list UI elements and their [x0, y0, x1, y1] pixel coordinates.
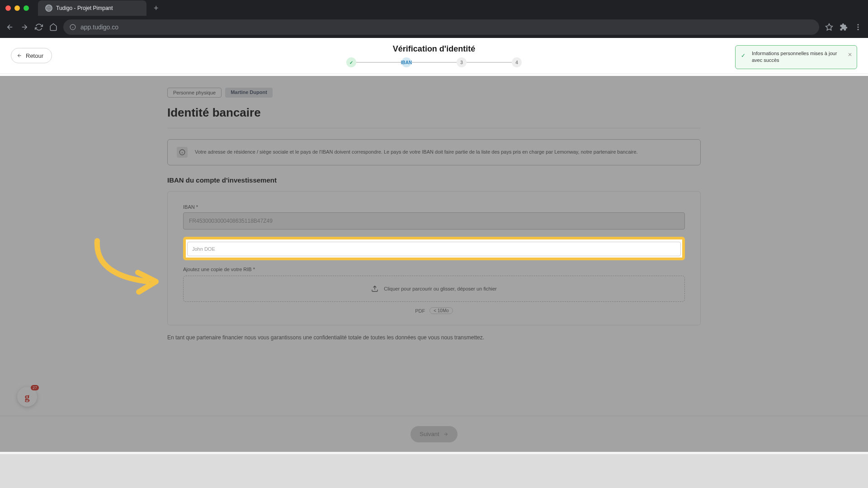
svg-point-5	[858, 29, 859, 30]
help-logo-icon: g	[25, 391, 30, 403]
iban-label: IBAN *	[183, 204, 685, 210]
back-button-label: Retour	[26, 52, 43, 59]
step-1-done: ✓	[346, 57, 356, 67]
tab-strip: Tudigo - Projet Pimpant +	[0, 0, 868, 16]
upload-label: Ajoutez une copie de votre RIB *	[183, 267, 685, 272]
help-badge-count: 27	[31, 385, 39, 390]
step-3-pending: 3	[457, 57, 467, 67]
svg-marker-2	[826, 24, 833, 30]
page-header: Retour Vérification d'identité ✓ IBAN 3 …	[0, 38, 868, 74]
minimize-window-icon[interactable]	[14, 5, 20, 11]
tab-title: Tudigo - Projet Pimpant	[56, 5, 113, 11]
arrow-left-icon	[17, 53, 22, 58]
footer: Suivant	[0, 416, 868, 452]
nav-bar: app.tudigo.co	[0, 16, 868, 38]
stepper: ✓ IBAN 3 4	[346, 57, 522, 67]
back-button[interactable]: Retour	[11, 48, 52, 63]
upload-dropzone[interactable]: Cliquer pour parcourir ou glisser, dépos…	[183, 276, 685, 302]
annotation-arrow-icon	[88, 234, 170, 297]
window-controls	[5, 5, 29, 11]
chip-user-name: Martine Dupont	[225, 88, 273, 98]
divider	[167, 128, 701, 128]
close-window-icon[interactable]	[5, 5, 11, 11]
step-connector	[467, 62, 512, 63]
highlight-border: Titulaire du compte *	[183, 237, 685, 260]
upload-meta: PDF < 10Mo	[183, 307, 685, 314]
section-label: IBAN du compte d'investissement	[167, 176, 701, 184]
help-bubble[interactable]: g 27	[17, 387, 37, 407]
form-card: IBAN * Titulaire du compte * Ajoutez une…	[167, 191, 701, 325]
page-area: Retour Vérification d'identité ✓ IBAN 3 …	[0, 38, 868, 452]
new-tab-button[interactable]: +	[150, 4, 162, 13]
toast-message: Informations personnelles mises à jour a…	[752, 51, 837, 63]
chips-row: Personne physique Martine Dupont	[167, 88, 701, 98]
forward-icon[interactable]	[20, 23, 29, 32]
reload-icon[interactable]	[34, 23, 43, 32]
svg-point-3	[858, 24, 859, 25]
upload-size-limit: < 10Mo	[429, 307, 453, 314]
iban-input[interactable]	[183, 212, 685, 230]
page-title: Identité bancaire	[167, 106, 701, 120]
upload-zone-text: Cliquer pour parcourir ou glisser, dépos…	[384, 286, 496, 291]
svg-point-4	[858, 27, 859, 28]
star-icon[interactable]	[825, 23, 834, 32]
info-icon	[177, 147, 188, 158]
info-text: Votre adresse de résidence / siège socia…	[195, 149, 638, 155]
globe-icon	[45, 5, 52, 12]
chip-account-type: Personne physique	[167, 88, 222, 98]
url-text: app.tudigo.co	[80, 23, 118, 31]
step-4-pending: 4	[512, 57, 522, 67]
home-icon[interactable]	[49, 23, 58, 32]
url-bar[interactable]: app.tudigo.co	[63, 19, 819, 35]
menu-icon[interactable]	[854, 23, 863, 32]
next-button-label: Suivant	[420, 431, 439, 437]
check-icon: ✓	[741, 52, 745, 60]
step-connector	[356, 62, 401, 63]
browser-chrome: Tudigo - Projet Pimpant + app.tudigo.co	[0, 0, 868, 38]
back-icon[interactable]	[5, 23, 14, 32]
highlighted-field-wrap: Titulaire du compte *	[183, 237, 685, 260]
disclaimer-text: En tant que partenaire financier nous vo…	[167, 334, 701, 341]
upload-icon	[371, 285, 378, 292]
content: Personne physique Martine Dupont Identit…	[167, 74, 701, 359]
next-button[interactable]: Suivant	[410, 426, 457, 442]
maximize-window-icon[interactable]	[24, 5, 29, 11]
close-icon[interactable]: ✕	[848, 51, 852, 59]
step-connector	[411, 62, 457, 63]
account-holder-input[interactable]	[187, 242, 681, 256]
success-toast: ✓ Informations personnelles mises à jour…	[735, 45, 857, 69]
letterbox	[0, 454, 868, 488]
arrow-right-icon	[443, 432, 448, 437]
extensions-icon[interactable]	[839, 23, 848, 32]
site-info-icon	[70, 24, 76, 30]
step-2-active: IBAN	[401, 57, 411, 67]
info-banner: Votre adresse de résidence / siège socia…	[167, 139, 701, 165]
page-header-title: Vérification d'identité	[346, 44, 522, 54]
browser-tab[interactable]: Tudigo - Projet Pimpant	[38, 0, 146, 16]
upload-format: PDF	[415, 308, 425, 314]
